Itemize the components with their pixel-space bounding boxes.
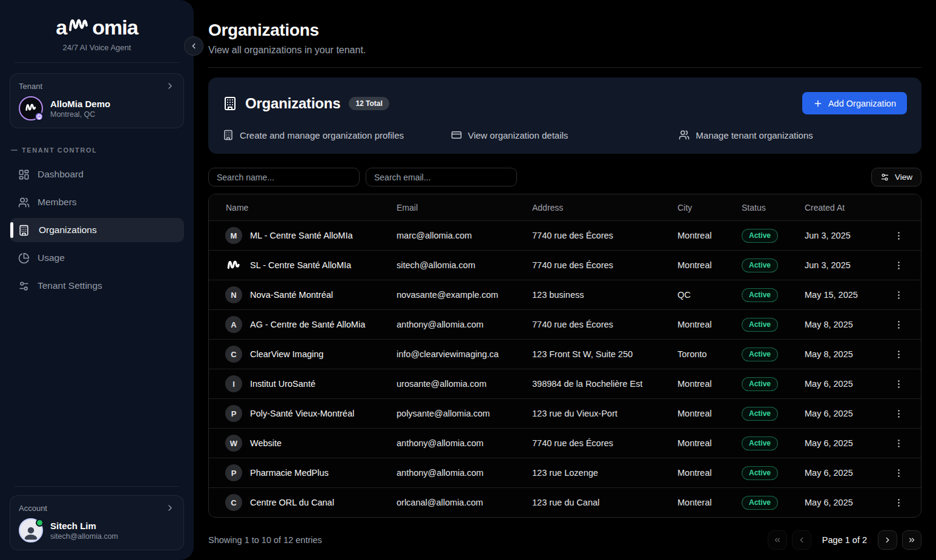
column-header-city: City <box>677 203 742 212</box>
next-page-button[interactable] <box>878 530 897 550</box>
status-badge: Active <box>742 259 778 272</box>
table-header-row: Name Email Address City Status Created A… <box>209 194 921 220</box>
building-icon <box>223 130 234 140</box>
row-avatar: C <box>225 346 242 363</box>
view-options-button[interactable]: View <box>871 168 921 186</box>
org-name: Nova-Santé Montréal <box>250 290 333 300</box>
org-created-at: May 6, 2025 <box>805 438 887 448</box>
status-badge: Active <box>742 318 778 332</box>
search-name-input[interactable] <box>208 168 360 186</box>
org-email: sitech@allomia.com <box>397 260 532 270</box>
sidebar-item-organizations[interactable]: Organizations <box>10 218 184 242</box>
table-row: M ML - Centre Santé AlloMIa marc@allomia… <box>209 220 921 250</box>
row-menu-button[interactable] <box>891 375 906 393</box>
sidebar-collapse-button[interactable] <box>184 36 203 56</box>
org-name: SL - Centre Santé AlloMIa <box>250 260 351 270</box>
org-city: Montreal <box>677 231 742 240</box>
feature-view-details: View organization details <box>451 130 679 140</box>
org-created-at: May 8, 2025 <box>805 349 887 359</box>
dashboard-icon <box>18 169 30 180</box>
status-badge: Active <box>742 377 778 391</box>
status-badge: Active <box>742 407 778 421</box>
app-tagline: 24/7 AI Voice Agent <box>10 43 184 52</box>
org-city: Montreal <box>677 260 742 270</box>
table-body: M ML - Centre Santé AlloMIa marc@allomia… <box>209 220 921 517</box>
column-header-status: Status <box>742 203 805 212</box>
org-name: ML - Centre Santé AlloMIa <box>250 231 353 240</box>
sidebar-item-label: Tenant Settings <box>38 280 102 291</box>
previous-page-button[interactable] <box>792 530 811 550</box>
user-avatar <box>19 518 43 542</box>
page-subtitle: View all organizations in your tenant. <box>208 45 921 56</box>
main-content: Organizations View all organizations in … <box>194 0 936 560</box>
table-row: C ClearView Imaging info@clearviewimagin… <box>209 339 921 369</box>
column-header-name: Name <box>209 203 397 212</box>
kebab-menu-icon <box>894 349 904 360</box>
row-menu-button[interactable] <box>891 315 906 334</box>
sidebar-divider <box>15 62 179 63</box>
building-icon <box>223 96 237 111</box>
org-email: urosante@allomia.com <box>397 379 532 389</box>
waveform-logo-icon <box>68 15 90 39</box>
row-menu-button[interactable] <box>891 464 906 482</box>
org-address: 123 Front St W, Suite 250 <box>532 349 677 359</box>
table-row: A AG - Centre de Santé AlloMia anthony@a… <box>209 309 921 339</box>
sidebar-item-label: Members <box>38 197 77 208</box>
account-card[interactable]: Account Sitech Lim sitech@allomia.com <box>10 495 184 550</box>
org-created-at: May 6, 2025 <box>805 409 887 418</box>
sliders-icon <box>18 280 30 292</box>
row-menu-button[interactable] <box>891 404 906 423</box>
org-created-at: May 15, 2025 <box>805 290 887 300</box>
users-icon <box>679 130 690 140</box>
table-row: SL - Centre Santé AlloMIa sitech@allomia… <box>209 250 921 280</box>
row-menu-button[interactable] <box>891 493 906 512</box>
org-email: marc@allomia.com <box>397 231 532 240</box>
row-menu-button[interactable] <box>891 226 906 245</box>
chevrons-right-icon <box>908 536 916 544</box>
table-row: P Pharmacie MedPlus anthony@allomia.com … <box>209 458 921 487</box>
search-email-input[interactable] <box>366 168 517 186</box>
table-row: N Nova-Santé Montréal novasante@example.… <box>209 280 921 309</box>
account-email: sitech@allomia.com <box>50 532 118 541</box>
add-organization-button[interactable]: Add Organization <box>802 92 907 114</box>
sidebar-item-members[interactable]: Members <box>10 190 184 214</box>
sidebar-item-usage[interactable]: Usage <box>10 246 184 270</box>
column-header-address: Address <box>532 203 677 212</box>
kebab-menu-icon <box>894 290 904 300</box>
tenant-card[interactable]: Tenant AlloMia Demo Montreal, QC <box>10 73 184 128</box>
card-icon <box>451 130 462 140</box>
users-icon <box>18 197 30 208</box>
chevrons-left-icon <box>773 536 782 544</box>
org-email: anthony@allomia.com <box>397 468 532 478</box>
row-avatar: C <box>225 494 242 511</box>
page-indicator: Page 1 of 2 <box>822 535 867 545</box>
first-page-button[interactable] <box>768 530 787 550</box>
row-avatar: A <box>225 316 242 333</box>
row-menu-button[interactable] <box>891 434 906 452</box>
building-icon <box>18 225 30 236</box>
row-avatar: W <box>225 435 242 452</box>
org-name: Website <box>250 438 282 448</box>
logo-text-suffix: omia <box>92 17 137 38</box>
table-row: C Centre ORL du Canal orlcanal@allomia.c… <box>209 487 921 517</box>
sidebar-item-dashboard[interactable]: Dashboard <box>10 162 184 186</box>
app-logo: a omia <box>10 15 184 38</box>
last-page-button[interactable] <box>902 530 921 550</box>
org-city: Montreal <box>677 438 742 448</box>
chevron-right-icon <box>165 81 175 91</box>
sidebar-item-tenant-settings[interactable]: Tenant Settings <box>10 274 184 298</box>
nav-section-label: TENANT CONTROL <box>10 147 184 159</box>
row-avatar: I <box>225 375 242 392</box>
sliders-icon <box>880 173 889 182</box>
org-name: Pharmacie MedPlus <box>250 468 329 478</box>
org-name: AG - Centre de Santé AlloMia <box>250 320 365 329</box>
org-name: Centre ORL du Canal <box>250 498 334 507</box>
row-menu-button[interactable] <box>891 345 906 363</box>
status-badge: Active <box>742 229 778 243</box>
row-menu-button[interactable] <box>891 286 906 304</box>
org-email: orlcanal@allomia.com <box>397 498 532 507</box>
chevron-left-icon <box>797 536 806 544</box>
kebab-menu-icon <box>894 438 904 449</box>
row-menu-button[interactable] <box>891 256 906 274</box>
row-avatar: P <box>225 464 242 481</box>
